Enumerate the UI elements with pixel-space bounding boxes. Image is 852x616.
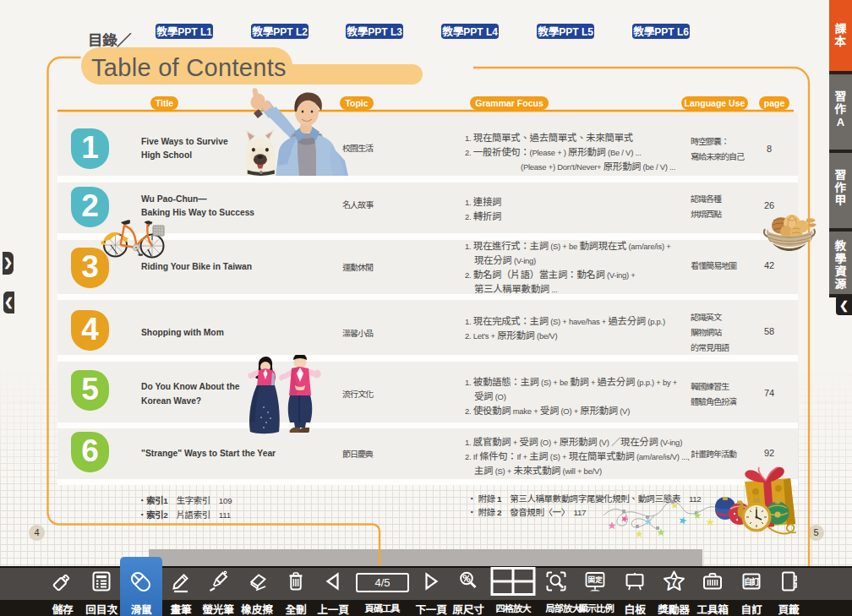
svg-text:自訂: 自訂: [744, 575, 760, 587]
svg-text:固定: 固定: [588, 574, 603, 584]
svg-text:7: 7: [671, 575, 677, 588]
